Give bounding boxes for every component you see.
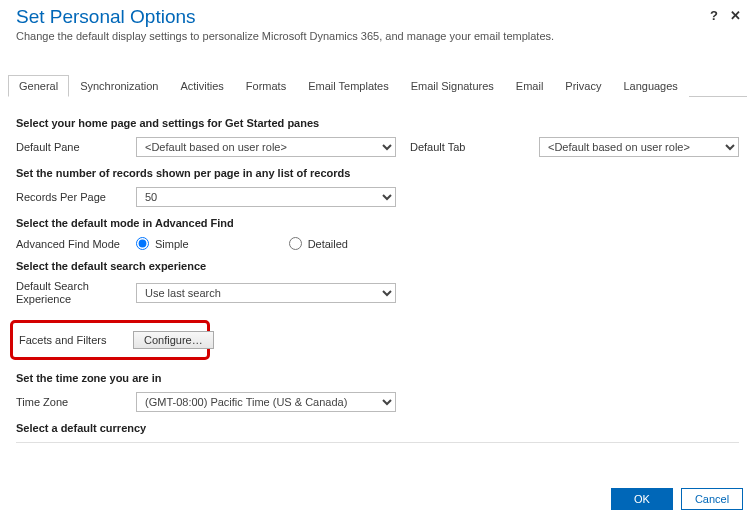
advfind-mode-label: Advanced Find Mode	[16, 238, 136, 250]
facets-highlight: Facets and Filters Configure…	[10, 320, 210, 360]
timezone-select[interactable]: (GMT-08:00) Pacific Time (US & Canada)	[136, 392, 396, 412]
advfind-detailed-option[interactable]: Detailed	[289, 237, 348, 250]
advfind-simple-radio[interactable]	[136, 237, 149, 250]
advfind-simple-option[interactable]: Simple	[136, 237, 189, 250]
tab-email-signatures[interactable]: Email Signatures	[400, 75, 505, 97]
records-per-page-label: Records Per Page	[16, 191, 136, 203]
tab-email[interactable]: Email	[505, 75, 555, 97]
tabs-bar: General Synchronization Activities Forma…	[8, 74, 747, 97]
section-advfind: Select the default mode in Advanced Find	[16, 217, 739, 229]
section-homepage: Select your home page and settings for G…	[16, 117, 739, 129]
advfind-detailed-label: Detailed	[308, 238, 348, 250]
tab-privacy[interactable]: Privacy	[554, 75, 612, 97]
tab-formats[interactable]: Formats	[235, 75, 297, 97]
facets-filters-label: Facets and Filters	[19, 334, 133, 346]
section-currency: Select a default currency	[16, 422, 739, 434]
tab-general[interactable]: General	[8, 75, 69, 97]
help-icon[interactable]: ?	[710, 8, 718, 23]
default-search-select[interactable]: Use last search	[136, 283, 396, 303]
ok-button[interactable]: OK	[611, 488, 673, 510]
tab-synchronization[interactable]: Synchronization	[69, 75, 169, 97]
default-pane-select[interactable]: <Default based on user role>	[136, 137, 396, 157]
section-records: Set the number of records shown per page…	[16, 167, 739, 179]
configure-button[interactable]: Configure…	[133, 331, 214, 349]
default-tab-label: Default Tab	[410, 141, 465, 153]
section-timezone: Set the time zone you are in	[16, 372, 739, 384]
timezone-label: Time Zone	[16, 396, 136, 408]
advfind-simple-label: Simple	[155, 238, 189, 250]
page-subtitle: Change the default display settings to p…	[16, 30, 739, 42]
tab-email-templates[interactable]: Email Templates	[297, 75, 400, 97]
advfind-detailed-radio[interactable]	[289, 237, 302, 250]
page-title: Set Personal Options	[16, 6, 739, 28]
close-icon[interactable]: ✕	[730, 8, 741, 23]
default-pane-label: Default Pane	[16, 141, 136, 153]
tab-languages[interactable]: Languages	[612, 75, 688, 97]
section-search: Select the default search experience	[16, 260, 739, 272]
records-per-page-select[interactable]: 50	[136, 187, 396, 207]
default-search-label: Default Search Experience	[16, 280, 136, 306]
default-tab-select[interactable]: <Default based on user role>	[539, 137, 739, 157]
content-panel: Select your home page and settings for G…	[0, 97, 755, 467]
tab-activities[interactable]: Activities	[169, 75, 234, 97]
cancel-button[interactable]: Cancel	[681, 488, 743, 510]
